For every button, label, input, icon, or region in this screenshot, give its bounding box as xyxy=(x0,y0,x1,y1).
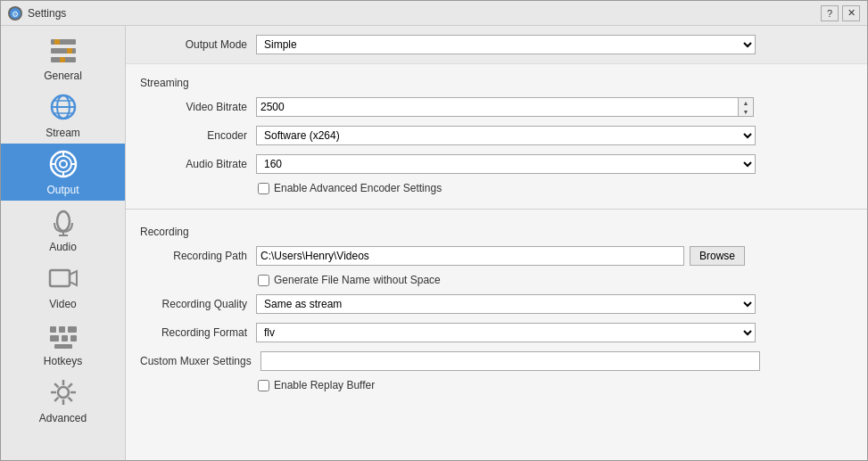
custom-muxer-label: Custom Muxer Settings xyxy=(140,355,252,367)
svg-rect-5 xyxy=(67,48,72,54)
advanced-encoder-checkbox[interactable] xyxy=(258,183,269,194)
title-bar-left: ⚙ Settings xyxy=(8,6,66,21)
settings-window: ⚙ Settings ? ✕ xyxy=(0,0,868,461)
advanced-encoder-row: Enable Advanced Encoder Settings xyxy=(126,178,867,198)
svg-line-38 xyxy=(68,398,71,401)
video-bitrate-label: Video Bitrate xyxy=(140,101,247,113)
section-divider xyxy=(126,209,867,210)
sidebar: General Stream xyxy=(1,26,126,460)
app-icon: ⚙ xyxy=(8,6,22,21)
audio-bitrate-row: Audio Bitrate 64 96 128 160 192 256 320 xyxy=(126,150,867,178)
encoder-select[interactable]: Software (x264) Hardware (NVENC) Hardwar… xyxy=(256,126,756,145)
settings-panel: Output Mode Simple Advanced Streaming Vi… xyxy=(126,26,867,460)
general-label: General xyxy=(44,70,82,82)
browse-button[interactable]: Browse xyxy=(690,246,745,266)
recording-format-select[interactable]: flv mp4 mov mkv ts m3u8 xyxy=(256,323,756,342)
spinbox-down[interactable]: ▼ xyxy=(739,107,753,116)
svg-point-20 xyxy=(57,211,70,231)
svg-rect-23 xyxy=(50,270,70,286)
svg-rect-29 xyxy=(62,335,68,342)
custom-muxer-input[interactable] xyxy=(260,351,760,371)
advanced-encoder-checkbox-label[interactable]: Enable Advanced Encoder Settings xyxy=(274,182,442,194)
svg-rect-27 xyxy=(68,326,77,333)
general-icon xyxy=(47,34,79,66)
enable-replay-checkbox[interactable] xyxy=(258,380,269,391)
svg-rect-3 xyxy=(54,39,60,45)
streaming-section-header: Streaming xyxy=(126,71,867,93)
recording-format-label: Recording Format xyxy=(140,326,247,339)
svg-point-14 xyxy=(55,156,71,172)
recording-quality-select[interactable]: Same as stream High Quality, Medium File… xyxy=(256,294,756,314)
svg-rect-26 xyxy=(59,326,65,333)
recording-quality-row: Recording Quality Same as stream High Qu… xyxy=(126,290,867,318)
advanced-icon xyxy=(47,376,79,408)
sidebar-item-stream[interactable]: Stream xyxy=(1,86,125,144)
streaming-section: Streaming Video Bitrate ▲ ▼ Encoder xyxy=(126,64,867,205)
window-title: Settings xyxy=(28,7,66,20)
recording-quality-label: Recording Quality xyxy=(140,298,247,310)
audio-label: Audio xyxy=(49,241,77,253)
svg-rect-31 xyxy=(54,344,72,349)
encoder-row: Encoder Software (x264) Hardware (NVENC)… xyxy=(126,121,867,150)
video-bitrate-spinbox: ▲ ▼ xyxy=(256,97,754,117)
sidebar-item-output[interactable]: Output xyxy=(1,144,125,201)
sidebar-item-advanced[interactable]: Advanced xyxy=(1,372,125,429)
close-button[interactable]: ✕ xyxy=(842,5,860,21)
main-content-area: General Stream xyxy=(1,26,867,460)
recording-section: Recording Recording Path Browse Generate… xyxy=(126,213,867,402)
sidebar-item-video[interactable]: Video xyxy=(1,258,125,315)
encoder-label: Encoder xyxy=(140,129,247,142)
help-button[interactable]: ? xyxy=(821,5,839,21)
spinbox-controls: ▲ ▼ xyxy=(738,97,754,117)
output-mode-label: Output Mode xyxy=(140,38,247,51)
svg-text:⚙: ⚙ xyxy=(12,10,19,19)
recording-section-header: Recording xyxy=(126,220,867,242)
stream-icon xyxy=(47,91,79,123)
recording-path-input[interactable] xyxy=(256,246,684,266)
enable-replay-row: Enable Replay Buffer xyxy=(126,375,867,395)
title-bar: ⚙ Settings ? ✕ xyxy=(1,1,867,26)
svg-line-39 xyxy=(68,383,71,387)
audio-bitrate-select[interactable]: 64 96 128 160 192 256 320 xyxy=(256,154,756,174)
stream-label: Stream xyxy=(45,127,80,139)
recording-path-row: Recording Path Browse xyxy=(126,242,867,270)
generate-filename-label[interactable]: Generate File Name without Space xyxy=(274,274,441,286)
recording-path-label: Recording Path xyxy=(140,250,247,262)
svg-line-37 xyxy=(54,383,58,387)
video-label: Video xyxy=(49,298,76,310)
svg-point-32 xyxy=(58,387,69,398)
svg-line-40 xyxy=(54,398,58,401)
title-bar-controls: ? ✕ xyxy=(821,5,860,21)
output-mode-select[interactable]: Simple Advanced xyxy=(256,35,756,54)
spinbox-up[interactable]: ▲ xyxy=(739,98,753,107)
recording-format-row: Recording Format flv mp4 mov mkv ts m3u8 xyxy=(126,318,867,347)
video-bitrate-input[interactable] xyxy=(256,97,738,117)
enable-replay-label[interactable]: Enable Replay Buffer xyxy=(274,379,375,391)
output-mode-row: Output Mode Simple Advanced xyxy=(126,26,867,64)
svg-rect-25 xyxy=(50,326,56,333)
generate-filename-row: Generate File Name without Space xyxy=(126,270,867,290)
output-icon xyxy=(47,148,79,180)
output-label: Output xyxy=(46,184,79,196)
sidebar-item-hotkeys[interactable]: Hotkeys xyxy=(1,315,125,372)
sidebar-item-general[interactable]: General xyxy=(1,29,125,86)
svg-rect-30 xyxy=(70,335,77,342)
video-icon xyxy=(47,262,79,294)
sidebar-item-audio[interactable]: Audio xyxy=(1,201,125,258)
audio-icon xyxy=(47,205,79,237)
svg-point-15 xyxy=(60,161,67,168)
advanced-label: Advanced xyxy=(39,412,87,424)
audio-bitrate-label: Audio Bitrate xyxy=(140,158,247,170)
video-bitrate-row: Video Bitrate ▲ ▼ xyxy=(126,93,867,121)
svg-rect-28 xyxy=(50,335,59,342)
hotkeys-label: Hotkeys xyxy=(44,355,82,367)
generate-filename-checkbox[interactable] xyxy=(258,275,269,286)
hotkeys-icon xyxy=(47,319,79,351)
svg-rect-7 xyxy=(60,57,65,62)
custom-muxer-row: Custom Muxer Settings xyxy=(126,347,867,375)
